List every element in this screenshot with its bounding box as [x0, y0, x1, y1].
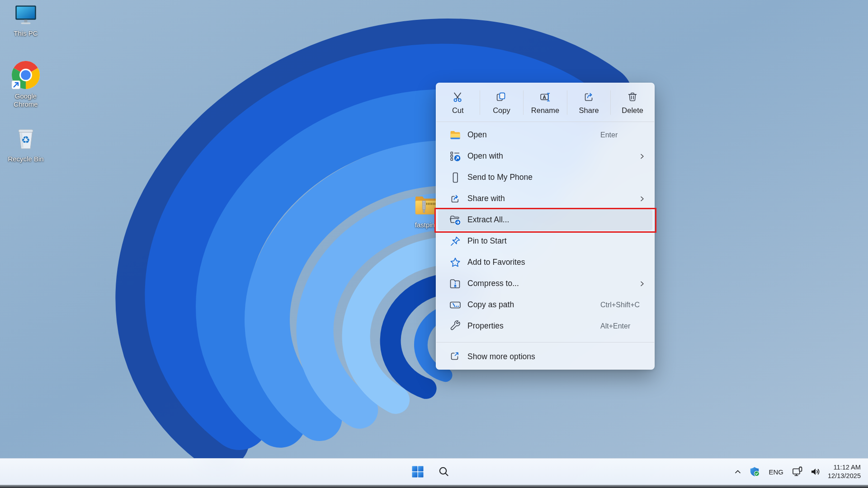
- wrench-icon: [449, 320, 462, 333]
- submenu-chevron-icon: [639, 281, 645, 287]
- rename-icon: A: [538, 90, 552, 104]
- svg-text:♻: ♻: [21, 134, 30, 145]
- rename-label: Rename: [531, 106, 559, 115]
- taskbar: ENG 11:12 AM 12/13/2025: [0, 458, 868, 485]
- menu-item-label: Open: [467, 130, 487, 140]
- start-button[interactable]: [407, 462, 428, 482]
- menu-item-send-to-my-phone[interactable]: Send to My Phone: [438, 167, 652, 188]
- language-indicator[interactable]: ENG: [765, 462, 787, 481]
- pin-icon: [449, 235, 462, 248]
- copy-button[interactable]: Copy: [480, 83, 524, 122]
- menu-divider: [436, 342, 654, 343]
- menu-item-add-to-favorites[interactable]: Add to Favorites: [438, 252, 652, 273]
- desktop-icon-label: Google Chrome: [4, 92, 47, 108]
- recycle-bin-icon: ♻: [14, 125, 38, 153]
- menu-item-share-with[interactable]: Share with: [438, 188, 652, 209]
- share-icon: [582, 90, 596, 104]
- taskbar-center: [407, 459, 454, 485]
- menu-item-label: Add to Favorites: [467, 258, 525, 267]
- menu-item-label: Extract All...: [467, 215, 509, 225]
- security-shield-icon: [750, 466, 760, 477]
- menu-item-label: Compress to...: [467, 279, 519, 288]
- shortcut-arrow-badge: [12, 80, 20, 89]
- cut-icon: [451, 90, 465, 104]
- copy-path-icon: [449, 299, 462, 311]
- menu-item-open-with[interactable]: Open with: [438, 145, 652, 167]
- menu-item-shortcut: Enter: [600, 131, 618, 139]
- screen-bottom-edge: [0, 485, 868, 488]
- menu-item-label: Pin to Start: [467, 236, 507, 246]
- star-icon: [449, 256, 462, 269]
- volume-icon: [810, 466, 821, 478]
- phone-icon: [449, 171, 462, 184]
- clock-time: 11:12 AM: [828, 463, 861, 472]
- show-more-options-icon: [449, 351, 462, 363]
- submenu-chevron-icon: [639, 196, 645, 202]
- windows-security-button[interactable]: [748, 462, 762, 481]
- menu-item-label: Open with: [467, 151, 503, 161]
- context-menu-toolbar: Cut Copy A Rename: [436, 83, 654, 122]
- copy-label: Copy: [493, 106, 510, 115]
- extract-all-icon: [449, 214, 462, 226]
- delete-label: Delete: [622, 106, 643, 115]
- desktop-icon-recycle-bin[interactable]: ♻ Recycle Bin: [4, 125, 47, 163]
- desktop-icon-google-chrome[interactable]: Google Chrome: [4, 60, 47, 108]
- context-menu: Cut Copy A Rename: [436, 83, 655, 370]
- menu-item-label: Show more options: [467, 352, 535, 361]
- system-tray: ENG 11:12 AM 12/13/2025: [731, 459, 864, 485]
- menu-item-label: Copy as path: [467, 300, 514, 310]
- menu-item-label: Send to My Phone: [467, 173, 533, 182]
- desktop: This PC Google Chrome ♻ Recycle Bin: [0, 0, 868, 488]
- menu-item-open[interactable]: Open Enter: [438, 124, 652, 145]
- desktop-icon-label: This PC: [14, 29, 38, 38]
- menu-item-copy-as-path[interactable]: Copy as path Ctrl+Shift+C: [438, 294, 652, 315]
- wallpaper-bloom: [0, 0, 868, 488]
- cut-label: Cut: [452, 106, 464, 115]
- menu-item-extract-all[interactable]: Extract All...: [438, 209, 652, 230]
- search-button[interactable]: [434, 462, 454, 482]
- menu-item-shortcut: Alt+Enter: [600, 322, 630, 330]
- submenu-chevron-icon: [639, 153, 645, 160]
- this-pc-icon: [13, 4, 38, 27]
- menu-item-pin-to-start[interactable]: Pin to Start: [438, 230, 652, 252]
- google-chrome-icon: [11, 60, 41, 90]
- menu-item-show-more-options[interactable]: Show more options: [438, 346, 652, 367]
- tray-chevron-up-button[interactable]: [731, 462, 745, 481]
- share-button[interactable]: Share: [567, 83, 611, 122]
- menu-item-label: Properties: [467, 321, 504, 331]
- chevron-up-icon: [733, 467, 743, 477]
- cut-button[interactable]: Cut: [436, 83, 480, 122]
- menu-item-label: Share with: [467, 194, 505, 203]
- menu-item-compress-to[interactable]: Compress to...: [438, 273, 652, 294]
- menu-item-properties[interactable]: Properties Alt+Enter: [438, 315, 652, 337]
- open-with-icon: [449, 150, 462, 163]
- desktop-icon-label: Recycle Bin: [8, 155, 43, 163]
- share-with-icon: [449, 192, 462, 205]
- volume-button[interactable]: [808, 462, 823, 481]
- menu-item-shortcut: Ctrl+Shift+C: [600, 301, 640, 309]
- svg-text:A: A: [542, 94, 546, 99]
- context-menu-list: Open Enter: [436, 122, 654, 367]
- network-icon: [792, 466, 803, 478]
- desktop-icon-this-pc[interactable]: This PC: [4, 4, 47, 38]
- desktop-icon-label: fastping: [415, 221, 439, 229]
- delete-button[interactable]: Delete: [611, 83, 654, 122]
- copy-icon: [495, 90, 508, 104]
- compress-icon: [449, 277, 462, 290]
- clock-date: 12/13/2025: [828, 472, 861, 480]
- folder-open-icon: [449, 129, 462, 141]
- windows-start-icon: [412, 466, 424, 478]
- share-label: Share: [579, 106, 599, 115]
- clock[interactable]: 11:12 AM 12/13/2025: [826, 463, 864, 480]
- delete-icon: [626, 90, 639, 104]
- network-button[interactable]: [790, 462, 805, 481]
- rename-button[interactable]: A Rename: [524, 83, 567, 122]
- search-icon: [438, 466, 450, 478]
